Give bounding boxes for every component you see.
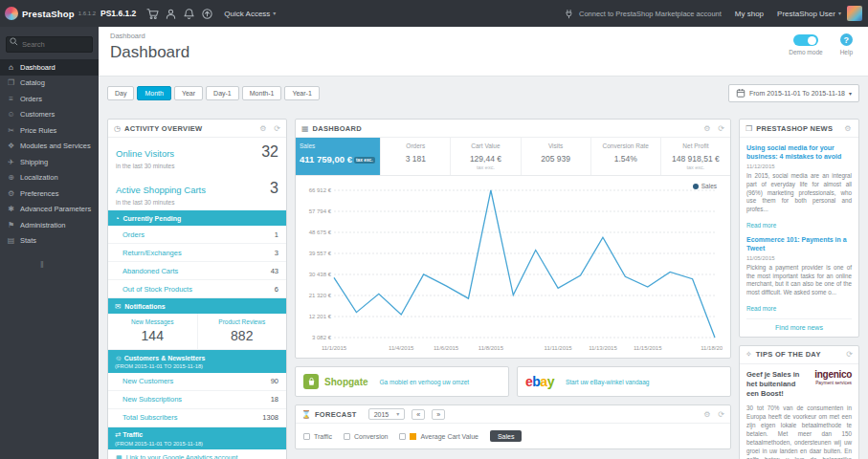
sidebar-item-customers[interactable]: ☺Customers — [0, 107, 99, 123]
gear-icon[interactable]: ⚙ — [844, 124, 851, 133]
ebay-module[interactable]: ebay Start uw eBay-winkel vandaag — [517, 366, 731, 397]
sidebar: ⌂Dashboard ❐Catalog ≡Orders ☺Customers ✂… — [0, 27, 99, 459]
prestashop-logo[interactable]: PrestaShop 1.6.1.2 — [0, 7, 95, 20]
find-more-news-link[interactable]: Find more news — [746, 318, 852, 337]
marketplace-link[interactable]: Connect to PrestaShop Marketplace accoun… — [564, 0, 722, 27]
abandoned-carts-link[interactable]: Abandoned Carts — [122, 267, 178, 275]
shopgate-link[interactable]: Ga mobiel en verhoog uw omzet — [380, 379, 470, 385]
tab-month-1[interactable]: Month-1 — [242, 86, 282, 100]
checkbox-icon[interactable] — [399, 433, 406, 440]
new-subscriptions-link[interactable]: New Subscriptions — [122, 395, 182, 404]
gear-icon[interactable]: ⚙ — [703, 124, 710, 133]
news-headline-link[interactable]: Ecommerce 101: Payments in a Tweet — [746, 235, 852, 252]
truck-icon: ✈ — [7, 158, 15, 166]
sales-line-chart: 66 912 €57 794 €48 675 €39 557 €30 438 €… — [300, 179, 726, 359]
my-shop-link[interactable]: My shop — [735, 10, 764, 18]
forecast-legend-sales[interactable]: Sales — [490, 430, 523, 442]
tab-year[interactable]: Year — [174, 86, 203, 100]
forecast-legend-conversion[interactable]: Conversion — [344, 433, 388, 440]
customers-notification-icon[interactable] — [162, 0, 180, 27]
new-messages-cell[interactable]: New Messages 144 — [108, 314, 197, 349]
sidebar-item-orders[interactable]: ≡Orders — [0, 91, 99, 107]
read-more-link[interactable]: Read more — [746, 222, 776, 229]
help-icon[interactable]: ? — [840, 33, 853, 46]
kpi-net-profit[interactable]: Net Profit 148 918,51 € tax exc. — [661, 138, 730, 175]
google-analytics-link[interactable]: Link to your Google Analytics account — [126, 454, 238, 459]
notifications-header: ✉ Notifications — [108, 298, 286, 314]
sidebar-item-stats[interactable]: ▤Stats — [0, 233, 99, 250]
sidebar-item-preferences[interactable]: ⚙Preferences — [0, 186, 99, 202]
user-menu[interactable]: PrestaShop User ▾ — [777, 10, 841, 18]
product-reviews-value: 882 — [200, 328, 285, 343]
tab-day-1[interactable]: Day-1 — [206, 86, 239, 100]
kpi-cart-value[interactable]: Cart Value 129,44 € tax exc. — [451, 138, 521, 175]
gear-icon[interactable]: ⚙ — [703, 410, 710, 419]
refresh-icon[interactable]: ⟳ — [846, 350, 853, 359]
checkbox-icon[interactable] — [303, 433, 310, 440]
chart-legend[interactable]: Sales — [693, 183, 717, 189]
refresh-icon[interactable]: ⟳ — [274, 124, 280, 133]
sidebar-item-localization[interactable]: ⊕Localization — [0, 170, 99, 186]
new-customers-link[interactable]: New Customers — [122, 377, 173, 385]
dashboard-content: Day Month Year Day-1 Month-1 Year-1 From… — [99, 76, 868, 459]
total-subscribers-link[interactable]: Total Subscribers — [122, 413, 178, 422]
chevron-down-icon: ▾ — [273, 11, 276, 16]
kpi-sales[interactable]: Sales 411 759,00 €tax exc. — [296, 138, 381, 175]
svg-text:11/18/2015: 11/18/2015 — [701, 345, 723, 351]
product-reviews-cell[interactable]: Product Reviews 882 — [197, 314, 287, 349]
year-select[interactable]: 2015 ▾ — [368, 408, 406, 420]
year-value: 2015 — [374, 411, 389, 418]
demo-mode-toggle[interactable] — [793, 34, 818, 46]
online-visitors-link[interactable]: Online Visitors — [116, 148, 174, 159]
returns-link[interactable]: Return/Exchanges — [122, 249, 182, 257]
sidebar-item-shipping[interactable]: ✈Shipping — [0, 154, 99, 170]
prev-year-button[interactable]: « — [412, 409, 425, 420]
sidebar-item-label: Dashboard — [20, 63, 56, 72]
kpi-conversion-rate[interactable]: Conversion Rate 1.54% — [591, 138, 661, 175]
news-headline-link[interactable]: Using social media for your business: 4 … — [746, 143, 852, 161]
kpi-orders[interactable]: Orders 3 181 — [381, 138, 451, 175]
shop-name-link[interactable]: PS1.6.1.2 — [100, 9, 136, 18]
tab-month[interactable]: Month — [137, 86, 170, 100]
shopgate-logo-text: Shopgate — [324, 377, 368, 387]
out-of-stock-link[interactable]: Out of Stock Products — [122, 285, 192, 294]
refresh-icon[interactable]: ⟳ — [718, 124, 724, 133]
forecast-legend-traffic[interactable]: Traffic — [303, 433, 332, 440]
sidebar-item-modules[interactable]: ❖Modules and Services — [0, 139, 99, 155]
sidebar-collapse-button[interactable]: ‖ — [0, 249, 99, 270]
panel-title: DASHBOARD — [313, 124, 362, 133]
next-year-button[interactable]: » — [432, 409, 445, 420]
kpi-label: Conversion Rate — [595, 142, 657, 149]
checkbox-icon[interactable] — [344, 433, 350, 440]
refresh-icon[interactable]: ⟳ — [858, 124, 859, 133]
avatar[interactable] — [847, 6, 862, 21]
orders-notification-icon[interactable] — [144, 0, 162, 27]
tax-badge: tax exc. — [354, 157, 375, 164]
ebay-link[interactable]: Start uw eBay-winkel vandaag — [566, 379, 649, 385]
sidebar-item-advanced-parameters[interactable]: ✱Advanced Parameters — [0, 202, 99, 218]
read-more-link[interactable]: Read more — [746, 305, 776, 312]
active-carts-link[interactable]: Active Shopping Carts — [116, 185, 206, 195]
orders-link[interactable]: Orders — [122, 230, 145, 239]
sidebar-item-price-rules[interactable]: ✂Price Rules — [0, 122, 99, 139]
quick-access-menu[interactable]: Quick Access ▾ — [224, 10, 276, 18]
sidebar-item-administration[interactable]: ⚑Administration — [0, 217, 99, 233]
date-range-picker[interactable]: From 2015-11-01 To 2015-11-18 ▾ — [728, 84, 859, 102]
tab-year-1[interactable]: Year-1 — [284, 86, 319, 100]
folder-icon: ❐ — [7, 78, 15, 87]
messages-notification-icon[interactable] — [180, 0, 198, 27]
breadcrumb[interactable]: Dashboard — [110, 32, 857, 40]
sidebar-item-catalog[interactable]: ❐Catalog — [0, 76, 99, 92]
sidebar-item-dashboard[interactable]: ⌂Dashboard — [0, 59, 99, 76]
forecast-panel: ⌛ FORECAST 2015 ▾ « » ⚙ ⟳ — [295, 404, 731, 449]
gear-icon[interactable]: ⚙ — [259, 124, 266, 133]
kpi-visits[interactable]: Visits 205 939 — [522, 138, 591, 175]
tab-day[interactable]: Day — [107, 86, 134, 100]
search-input[interactable] — [6, 36, 93, 53]
updates-icon[interactable] — [198, 0, 216, 27]
refresh-icon[interactable]: ⟳ — [718, 410, 724, 419]
kpi-label: Orders — [385, 142, 446, 149]
forecast-legend-average-cart-value[interactable]: Average Cart Value — [399, 433, 478, 440]
shopgate-module[interactable]: Shopgate Ga mobiel en verhoog uw omzet — [295, 366, 509, 397]
date-range-note: (FROM 2015-11-01 TO 2015-11-18) — [115, 441, 279, 447]
